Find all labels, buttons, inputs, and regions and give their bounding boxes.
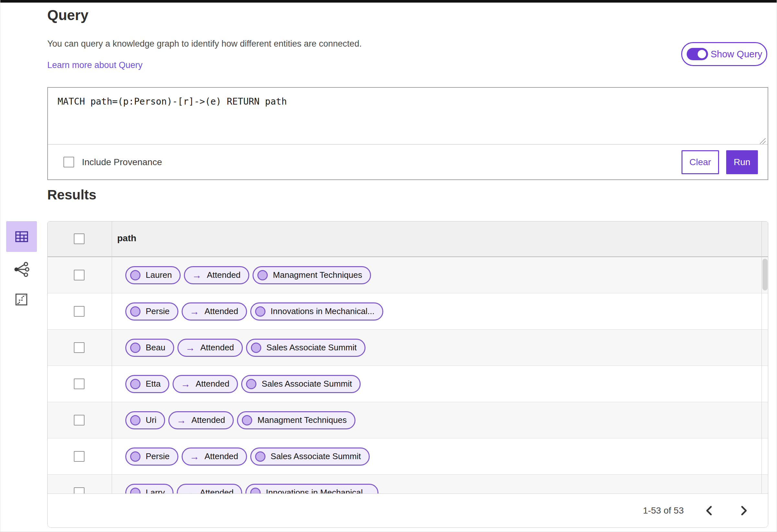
node-icon [130, 306, 140, 317]
target-node-label: Sales Associate Summit [261, 379, 352, 389]
source-node-pill[interactable]: Etta [125, 375, 169, 393]
node-icon [130, 379, 140, 389]
edge-label: Attended [207, 270, 240, 280]
path-cell: Persie → Attended Innovations in Mechani… [125, 293, 383, 329]
source-node-label: Persie [146, 306, 170, 316]
resize-grip-icon[interactable] [759, 137, 766, 145]
toggle-switch-icon [687, 48, 708, 60]
pagination-range-label: 1-53 of 53 [643, 506, 684, 516]
results-heading: Results [47, 187, 97, 203]
target-node-label: Managment Techniques [273, 270, 362, 280]
select-all-checkbox[interactable] [74, 233, 85, 244]
edge-arrow-icon: → [178, 379, 190, 389]
query-editor-footer: Include Provenance Clear Run [48, 144, 768, 179]
tab-chart-view[interactable] [11, 289, 32, 310]
source-node-pill[interactable]: Persie [125, 302, 179, 321]
tab-graph-view[interactable] [10, 258, 33, 281]
node-icon [257, 270, 268, 281]
table-header-row: path [47, 221, 768, 257]
source-node-pill[interactable]: Uri [125, 411, 165, 429]
path-cell: Uri → Attended Managment Techniques [125, 402, 355, 438]
target-node-pill[interactable]: Sales Associate Summit [241, 375, 361, 393]
node-icon [130, 451, 140, 462]
target-node-pill[interactable]: Sales Associate Summit [246, 339, 365, 357]
node-icon [130, 270, 140, 281]
scrollbar-thumb[interactable] [762, 259, 768, 291]
table-row: Persie → Attended Sales Associate Summit [47, 438, 768, 475]
row-checkbox[interactable] [74, 306, 85, 317]
edge-pill[interactable]: → Attended [178, 339, 243, 357]
include-provenance-checkbox[interactable] [64, 157, 74, 168]
edge-label: Attended [196, 379, 229, 389]
chevron-right-icon [740, 506, 748, 516]
row-checkbox[interactable] [74, 270, 85, 281]
page-title: Query [47, 7, 88, 23]
toggle-knob [697, 49, 707, 59]
learn-more-link[interactable]: Learn more about Query [47, 60, 142, 70]
table-row: Etta → Attended Sales Associate Summit [47, 366, 768, 402]
query-input[interactable]: MATCH path=(p:Person)-[r]->(e) RETURN pa… [48, 88, 768, 144]
row-checkbox[interactable] [74, 451, 85, 462]
previous-page-button[interactable] [699, 501, 719, 520]
column-header-path: path [117, 233, 136, 243]
node-icon [130, 415, 140, 425]
row-checkbox[interactable] [74, 415, 85, 425]
edge-label: Attended [200, 343, 234, 353]
target-node-label: Sales Associate Summit [266, 343, 357, 353]
row-checkbox[interactable] [74, 379, 85, 389]
target-node-pill[interactable]: Managment Techniques [237, 411, 355, 429]
table-row: Beau → Attended Sales Associate Summit [47, 330, 768, 366]
clear-button[interactable]: Clear [681, 150, 719, 174]
source-node-pill[interactable]: Beau [125, 339, 174, 357]
pagination-bar: 1-53 of 53 [47, 494, 768, 527]
edge-arrow-icon: → [187, 307, 199, 316]
edge-arrow-icon: → [173, 415, 186, 425]
target-node-label: Innovations in Mechanical... [271, 306, 374, 316]
target-node-label: Managment Techniques [257, 415, 347, 425]
graph-view-icon [12, 260, 31, 279]
table-row: Persie → Attended Innovations in Mechani… [47, 293, 768, 330]
window-top-border [0, 0, 777, 3]
edge-arrow-icon: → [182, 343, 195, 353]
edge-arrow-icon: → [189, 271, 202, 280]
table-row: Lauren → Attended Managment Techniques [47, 257, 768, 293]
node-icon [255, 451, 265, 462]
edge-pill[interactable]: → Attended [173, 375, 238, 393]
results-table-card: path Lauren → Attended Managment Techniq… [47, 221, 768, 528]
source-node-pill[interactable]: Persie [125, 447, 179, 465]
source-node-pill[interactable]: Lauren [125, 266, 181, 284]
source-node-label: Persie [146, 451, 170, 461]
source-node-label: Uri [146, 415, 156, 425]
show-query-label: Show Query [710, 49, 762, 60]
column-divider [112, 221, 112, 494]
query-editor-card: MATCH path=(p:Person)-[r]->(e) RETURN pa… [47, 87, 768, 180]
target-node-label: Sales Associate Summit [271, 451, 361, 461]
path-cell: Etta → Attended Sales Associate Summit [125, 366, 361, 402]
table-row: Uri → Attended Managment Techniques [47, 402, 768, 438]
edge-pill[interactable]: → Attended [169, 411, 234, 429]
source-node-label: Etta [146, 379, 160, 389]
page-description: You can query a knowledge graph to ident… [47, 39, 362, 49]
source-node-label: Lauren [146, 270, 172, 280]
chart-view-icon [13, 292, 29, 308]
run-button[interactable]: Run [726, 150, 758, 174]
node-icon [246, 379, 256, 389]
node-icon [242, 415, 252, 425]
row-checkbox[interactable] [74, 342, 85, 353]
target-node-pill[interactable]: Sales Associate Summit [250, 447, 370, 465]
table-view-icon [14, 229, 29, 244]
tab-table-view[interactable] [6, 221, 37, 252]
target-node-pill[interactable]: Managment Techniques [252, 266, 371, 284]
include-provenance-label: Include Provenance [82, 157, 162, 168]
next-page-button[interactable] [734, 501, 754, 520]
edge-pill[interactable]: → Attended [182, 302, 247, 321]
target-node-pill[interactable]: Innovations in Mechanical... [250, 302, 383, 321]
node-icon [251, 343, 261, 353]
path-cell: Lauren → Attended Managment Techniques [125, 257, 371, 293]
edge-pill[interactable]: → Attended [182, 447, 247, 465]
show-query-toggle[interactable]: Show Query [681, 42, 767, 66]
source-node-label: Beau [146, 343, 165, 353]
edge-label: Attended [191, 415, 225, 425]
edge-pill[interactable]: → Attended [184, 266, 249, 284]
edge-label: Attended [205, 451, 238, 461]
